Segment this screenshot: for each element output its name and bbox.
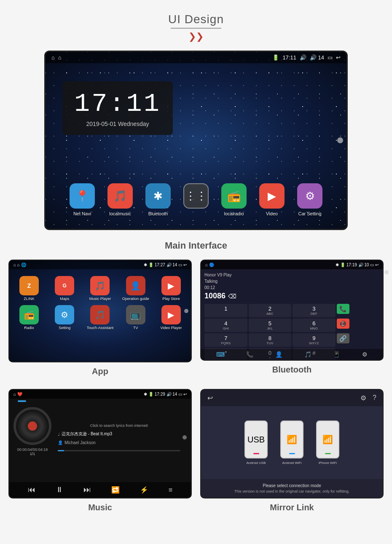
video-label: Video	[266, 211, 278, 216]
app-play-store[interactable]: ▶ Play Store	[156, 276, 187, 301]
bt-key-4[interactable]: 4GHI	[204, 319, 247, 332]
main-status-bar: ⌂ ⌂ 🔋 17:11 🔊 🔊 14 ▭ ↩	[46, 52, 346, 63]
bt-delete-icon[interactable]: ⌫	[228, 293, 236, 300]
app-localmusic[interactable]: 🎵 localmusic	[107, 183, 133, 216]
music-controls: ⏮ ⏸ ⏭ 🔁 ⚡ ≡	[9, 482, 191, 498]
album-art-container: 00:00:04/00:04:18 1/1	[13, 403, 51, 472]
music-col: ⌂ ❤️ ✱ 🔋 17:29 🔊 14 ▭ ↩ 00:00:04/00:04:1…	[8, 389, 192, 521]
app-setting[interactable]: ⚙ Setting	[49, 305, 80, 330]
usb-indicator	[253, 453, 259, 454]
status-left: ⌂ ⌂	[51, 54, 62, 61]
app-car-setting[interactable]: ⚙ Car Setting	[297, 183, 322, 216]
bt-key-2[interactable]: 2ABC	[249, 304, 292, 317]
bt-key-8[interactable]: 8TUV	[249, 333, 292, 347]
music-status-right: ✱ 🔋 17:29 🔊 14 ▭ ↩	[144, 392, 187, 397]
app-video[interactable]: ▶ Video	[259, 183, 285, 216]
bt-link-btn[interactable]: 🔗	[337, 333, 349, 343]
app-music-player[interactable]: 🎵 Music Player	[84, 276, 115, 301]
zlink-label: ZLINK	[13, 297, 45, 301]
android-usb-option[interactable]: USB Android USB	[244, 421, 268, 465]
app-localradio[interactable]: 📻 localradio	[221, 183, 247, 216]
music-status-left: ⌂ ❤️	[13, 392, 22, 397]
music-main: 00:00:04/00:04:18 1/1 Click to search ly…	[9, 399, 191, 476]
app-bg: ⌂ ⌂ 🌐 ✱ 🔋 17:27 🔊 14 ▭ ↩ Z ZLINK G Maps …	[9, 260, 191, 362]
music-time-display: 00:00:04/00:04:18	[13, 448, 51, 452]
iphone-wifi-option[interactable]: 📶 iPhone WiFi	[316, 421, 339, 465]
app-scroll-dot	[184, 309, 188, 313]
bt-key-3[interactable]: 3DEF	[293, 304, 336, 317]
app-radio[interactable]: 📻 Radio	[13, 305, 45, 330]
bt-bottom-bar: ⌨ 📞 👤 🎵 📱 ⚙	[201, 349, 383, 360]
clock-time: 17:11	[74, 89, 161, 119]
play-pause-icon[interactable]: ⏸	[56, 485, 63, 494]
app-operation-guide[interactable]: 👤 Operation guide	[120, 276, 151, 301]
bt-contacts-icon[interactable]: 👤	[275, 351, 282, 358]
scroll-indicator	[337, 137, 343, 143]
equalizer-icon[interactable]: ⚡	[140, 486, 148, 494]
android-wifi-phone: 📶	[280, 421, 303, 458]
app-grid[interactable]: ⋮⋮	[183, 183, 209, 216]
bt-call-status: Talking	[204, 279, 379, 284]
touch-assistant-icon: 🎵	[90, 305, 110, 324]
battery-icon: 🔋	[272, 54, 279, 61]
prev-icon[interactable]: ⏮	[28, 485, 35, 494]
app-home-icon: ⌂ ⌂ 🌐	[13, 263, 26, 267]
music-info: Click to search lyrics from internet! ♩ …	[58, 403, 180, 472]
bt-status-right: ✱ 🔋 17:19 🔊 10 ▭ ↩	[336, 263, 379, 267]
bt-key-6[interactable]: 6MNO	[293, 319, 336, 332]
localmusic-icon: 🎵	[107, 183, 133, 209]
iphone-wifi-label: iPhone WiFi	[319, 461, 337, 465]
bt-key-5[interactable]: 5JKL	[249, 319, 292, 332]
bt-key-7[interactable]: 7PQRS	[204, 333, 247, 347]
chevron-icon: ❯❯	[168, 31, 224, 42]
setting-icon: ⚙	[55, 305, 74, 324]
operation-guide-icon: 👤	[126, 276, 145, 295]
lyrics-search-text[interactable]: Click to search lyrics from internet!	[58, 423, 180, 428]
repeat-icon[interactable]: 🔁	[111, 486, 120, 494]
bt-dial-icon[interactable]: ⌨	[216, 351, 225, 358]
bt-phone2-icon[interactable]: 📱	[333, 351, 340, 358]
music-blue-dot	[18, 400, 26, 402]
status-right: 🔋 17:11 🔊 🔊 14 ▭ ↩	[272, 54, 341, 61]
next-icon[interactable]: ⏭	[83, 485, 91, 494]
hangup-icon: 📵	[339, 320, 346, 327]
localradio-label: localradio	[224, 211, 244, 216]
bt-call-btn[interactable]: 📞	[337, 304, 349, 314]
app-net-navi[interactable]: 📍 Net Navi	[70, 183, 95, 216]
app-zlink[interactable]: Z ZLINK	[13, 276, 45, 301]
bt-music-icon[interactable]: 🎵	[304, 351, 311, 358]
android-wifi-option[interactable]: 📶 Android WiFi	[280, 421, 303, 465]
progress-bar-bg	[58, 450, 180, 451]
app-maps[interactable]: G Maps	[49, 276, 80, 301]
android-wifi-label: Android WiFi	[282, 461, 302, 465]
bt-phone-icon[interactable]: 📞	[246, 351, 253, 358]
maps-label: Maps	[49, 297, 80, 301]
localmusic-label: localmusic	[109, 211, 131, 216]
bt-duration: 00:12	[204, 285, 379, 290]
bt-hangup-btn[interactable]: 📵	[337, 319, 349, 329]
tv-icon: 📺	[126, 305, 145, 324]
mirror-settings-icon[interactable]: ⚙	[360, 394, 366, 402]
bt-key-1[interactable]: 1	[204, 304, 247, 317]
house-icon[interactable]: ⌂	[58, 54, 62, 61]
home-icon[interactable]: ⌂	[51, 54, 55, 61]
zlink-icon: Z	[19, 276, 39, 295]
page-title: UI Design ❯❯	[168, 13, 224, 51]
music-status-bar: ⌂ ❤️ ✱ 🔋 17:29 🔊 14 ▭ ↩	[9, 390, 191, 399]
app-tv[interactable]: 📺 TV	[120, 305, 151, 330]
app-video-player[interactable]: ▶ Video Player	[156, 305, 187, 330]
back-icon[interactable]: ↩	[336, 54, 341, 61]
playlist-icon[interactable]: ≡	[169, 486, 172, 494]
mirror-back-icon[interactable]: ↩	[207, 394, 213, 402]
mirror-help-icon[interactable]: ?	[373, 394, 376, 402]
bt-number: 10086	[204, 292, 226, 300]
app-touch-assistant[interactable]: 🎵 Touch-Assistant	[84, 305, 115, 330]
localradio-icon: 📻	[221, 183, 247, 209]
window-icon: ▭	[328, 54, 333, 61]
bt-key-9[interactable]: 9WXYZ	[293, 333, 336, 347]
bt-settings-icon[interactable]: ⚙	[362, 351, 368, 358]
app-bluetooth[interactable]: ✱ Bluetooth	[145, 183, 171, 216]
car-setting-icon: ⚙	[297, 183, 322, 209]
app-status-bar: ⌂ ⌂ 🌐 ✱ 🔋 17:27 🔊 14 ▭ ↩	[9, 260, 191, 269]
grid-icon: ⋮⋮	[183, 183, 209, 209]
